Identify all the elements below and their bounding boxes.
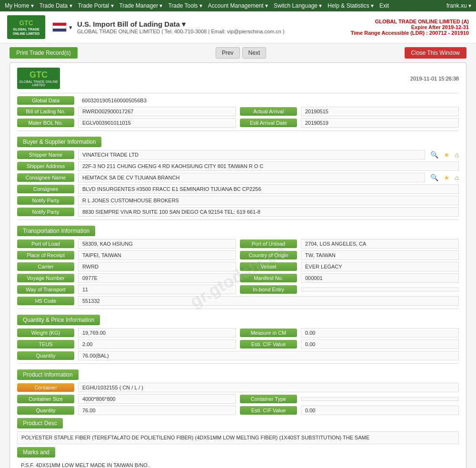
next-button-top[interactable]: Next <box>242 47 267 59</box>
container-row: Container EGHU1032155 ( CN / L / ) <box>17 383 459 392</box>
carrier-label: Carrier <box>17 262 74 271</box>
bol-row: Bill of Lading No. RWRD002900017267 Actu… <box>17 107 459 116</box>
home-icon2[interactable]: ⌂ <box>455 174 459 181</box>
nav-user[interactable]: frank.xu ▾ <box>446 2 471 9</box>
top-action-bar: Print Trade Record(s) Prev Next Close Th… <box>10 47 466 59</box>
buyer-supplier-header: Buyer & Supplier Information <box>17 137 101 147</box>
consignee-row: Consignee BLVD INSURGENTES #3500 FRACC E… <box>17 184 459 194</box>
record-card: gr.gtodata.co GTC GLOBAL TRADE ONLINE LI… <box>10 62 466 468</box>
record-logo-area: GTC GLOBAL TRADE ONLINE LIMITED <box>17 68 60 89</box>
port-of-unload-col: Port of Unload 2704, LOS ANGELES, CA <box>240 239 459 249</box>
pagination-nav-top: Prev Next <box>216 47 266 59</box>
notify-party-label1: Notify Party <box>17 196 74 205</box>
weight-label: Weight (KG) <box>17 329 74 337</box>
global-data-row: Global Data 60032019051600005056B3 <box>17 96 459 105</box>
nav-account-management[interactable]: Account Management ▾ <box>208 2 268 9</box>
nav-exit[interactable]: Exit <box>379 2 389 9</box>
voyage-label: Voyage Number <box>17 274 74 282</box>
vessel-value: EVER LEGACY <box>301 262 459 271</box>
header-title-area: U.S. Import Bill of Lading Data ▾ GLOBAL… <box>77 20 351 34</box>
place-country-row: Place of Receipt TAIPEI, TAIWAN Country … <box>17 250 459 260</box>
home-icon[interactable]: ⌂ <box>455 151 459 159</box>
product-qty-cif-row: Quantity 76.00 Esti. CIF Value 0.00 <box>17 406 459 415</box>
port-of-load-value: 58309, KAO HSIUNG <box>78 239 236 249</box>
esti-arrival-label: Esti Arrival Date <box>240 119 297 127</box>
esti-cif-value2: 0.00 <box>301 406 459 415</box>
master-bol-value: EGLV003901011015 <box>78 118 236 128</box>
star-icon2[interactable]: ★ <box>444 174 450 181</box>
weight-col: Weight (KG) 19,769.00 <box>17 328 236 338</box>
hs-code-label: HS Code <box>17 297 74 305</box>
record-header: GTC GLOBAL TRADE ONLINE LIMITED 2019-11-… <box>17 68 459 89</box>
notify-party-row1: Notify Party R L JONES CUSTOMHOUSE BROKE… <box>17 196 459 205</box>
header-brand: GLOBAL TRADE ONLINE LIMITED (A) Expire A… <box>351 19 469 36</box>
measure-col: Measure in CM 0.00 <box>240 328 459 338</box>
product-qty-value: 76.00 <box>78 406 236 415</box>
manifest-value: 000001 <box>301 273 459 283</box>
esti-cif-col1: Esti. CIF Value 0.00 <box>240 339 459 349</box>
quantity-row: Quantity 76.00(BAL) <box>17 351 459 360</box>
way-inbond-row: Way of Transport 11 In-bond Entry <box>17 285 459 294</box>
way-of-transport-value: 11 <box>78 285 236 294</box>
master-bol-label: Mater BOL No. <box>17 119 74 127</box>
esti-cif-value1: 0.00 <box>301 339 459 349</box>
notify-party-value2: 8830 SIEMPRE VIVA RD SUITE 100 SAN DIEGO… <box>78 207 459 217</box>
prev-button-top[interactable]: Prev <box>216 47 240 59</box>
teus-cif-row: TEUS 2.00 Esti. CIF Value 0.00 <box>17 339 459 349</box>
way-of-transport-col: Way of Transport 11 <box>17 285 236 294</box>
carrier-vessel-row: Carrier RWRD Vessel EVER LEGACY <box>17 262 459 271</box>
global-data-label: Global Data <box>17 96 74 105</box>
consignee-name-label: Consignee Name <box>17 173 74 182</box>
port-of-load-label: Port of Load <box>17 239 74 248</box>
product-desc-header: Product Desc <box>17 418 63 428</box>
esti-cif-col2: Esti. CIF Value 0.00 <box>240 406 459 415</box>
star-icon[interactable]: ★ <box>444 151 450 159</box>
nav-my-home[interactable]: My Home ▾ <box>5 2 34 9</box>
record-datetime: 2019-11-01 15:26:38 <box>410 76 459 81</box>
consignee-value: BLVD INSURGENTES #3500 FRACC E1 SEMINARI… <box>78 184 459 194</box>
page-title: U.S. Import Bill of Lading Data ▾ <box>77 20 351 29</box>
product-desc-header-row: Product Desc <box>17 417 459 429</box>
country-of-origin-value: TW, TAIWAN <box>301 250 459 260</box>
country-flag <box>52 22 67 32</box>
close-button-top[interactable]: Close This Window <box>405 47 466 59</box>
teus-col: TEUS 2.00 <box>17 339 236 349</box>
nav-trade-data[interactable]: Trade Data ▾ <box>40 2 72 9</box>
bol-value: RWRD002900017267 <box>78 107 236 116</box>
nav-trade-tools[interactable]: Trade Tools ▾ <box>168 2 202 9</box>
manifest-label: Manifest No. <box>240 274 297 282</box>
container-size-value: 4000*806*800 <box>78 394 236 404</box>
voyage-col: Voyage Number 0977E <box>17 273 236 283</box>
master-bol-row: Mater BOL No. EGLV003901011015 Esti Arri… <box>17 118 459 128</box>
nav-switch-language[interactable]: Switch Language ▾ <box>274 2 322 9</box>
record-logo-sub: GLOBAL TRADE ONLINE LIMITED <box>17 80 60 87</box>
record-logo: GTC GLOBAL TRADE ONLINE LIMITED <box>17 68 60 89</box>
quantity-value: 76.00(BAL) <box>78 351 459 360</box>
in-bond-entry-col: In-bond Entry <box>240 285 459 294</box>
esti-arrival-col: Esti Arrival Date 20190519 <box>240 118 459 128</box>
time-range: Time Range Accessible (LDR) : 200712 - 2… <box>351 30 469 36</box>
nav-trade-manager[interactable]: Trade Manager ▾ <box>119 2 163 9</box>
carrier-col: Carrier RWRD <box>17 262 236 271</box>
container-type-col: Container Type <box>240 394 459 404</box>
actual-arrival-col: Actual Arrival 20190515 <box>240 107 459 116</box>
esti-cif-label1: Esti. CIF Value <box>240 340 297 349</box>
manifest-col: Manifest No. 000001 <box>240 273 459 283</box>
esti-cif-label2: Esti. CIF Value <box>240 406 297 415</box>
nav-trade-portal[interactable]: Trade Portal ▾ <box>78 2 114 9</box>
quantity-label: Quantity <box>17 351 74 360</box>
product-desc-text: POLYESTER STAPLE FIBER (TEREFTALATO DE P… <box>17 431 459 444</box>
search-icon2[interactable]: 🔍 <box>430 174 438 181</box>
container-size-type-row: Container Size 4000*806*800 Container Ty… <box>17 394 459 404</box>
hs-code-row: HS Code 551332 <box>17 296 459 306</box>
expire-date: Expire After 2019-12-31 <box>351 24 469 30</box>
search-icon[interactable]: 🔍 <box>430 151 438 159</box>
flag-arrow: ▾ <box>69 24 72 31</box>
print-button-top[interactable]: Print Trade Record(s) <box>10 47 78 59</box>
nav-help-statistics[interactable]: Help & Statistics ▾ <box>327 2 374 9</box>
place-of-receipt-value: TAIPEI, TAIWAN <box>78 250 236 260</box>
container-type-value <box>301 397 459 401</box>
bol-col: Bill of Lading No. RWRD002900017267 <box>17 107 236 116</box>
port-row: Port of Load 58309, KAO HSIUNG Port of U… <box>17 239 459 249</box>
country-of-origin-col: Country of Origin TW, TAIWAN <box>240 250 459 260</box>
